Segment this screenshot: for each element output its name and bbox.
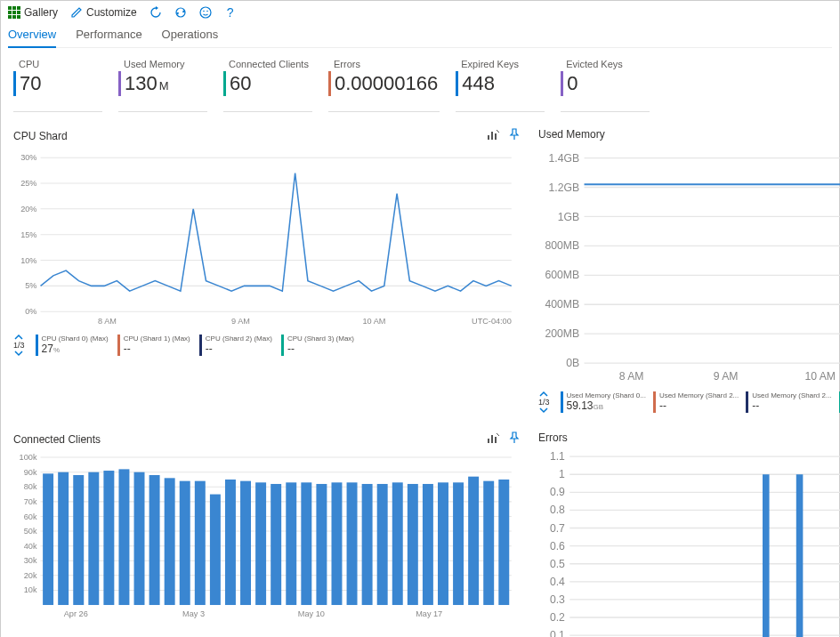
metrics-row: CPU 70 Used Memory 130M Connected Client… (13, 59, 832, 112)
svg-rect-94 (316, 484, 327, 605)
gallery-label: Gallery (24, 6, 58, 19)
sparkline (13, 100, 102, 112)
toolbar: Gallery Customize ? (8, 4, 832, 24)
smiley-icon (199, 6, 212, 19)
metric-card[interactable]: Evicted Keys 0 (561, 59, 650, 112)
legend-item[interactable]: Used Memory (Shard 0... 59.13GB (561, 391, 646, 413)
svg-rect-98 (377, 484, 388, 605)
legend-pager[interactable]: 1/3 (538, 391, 550, 414)
chevron-up-icon[interactable] (14, 334, 23, 341)
svg-rect-82 (134, 472, 145, 605)
svg-rect-84 (165, 479, 175, 606)
metric-card[interactable]: Used Memory 130M (118, 59, 207, 112)
pin-icon[interactable] (508, 431, 521, 447)
svg-text:May 10: May 10 (298, 609, 325, 618)
svg-text:May 3: May 3 (182, 609, 205, 618)
svg-text:60k: 60k (24, 512, 37, 521)
svg-text:9 AM: 9 AM (714, 370, 739, 383)
metric-card[interactable]: CPU 70 (13, 59, 102, 112)
svg-text:0.6: 0.6 (550, 540, 565, 552)
svg-rect-88 (225, 480, 236, 605)
tab-performance[interactable]: Performance (76, 24, 141, 47)
metric-label: CPU (13, 59, 102, 69)
legend-item[interactable]: Used Memory (Shard 2... -- (746, 391, 831, 413)
svg-text:70k: 70k (24, 497, 37, 506)
svg-rect-91 (271, 484, 281, 605)
metric-card[interactable]: Errors 0.00000166 (328, 59, 440, 112)
chevron-down-icon[interactable] (14, 350, 23, 357)
legend-item[interactable]: CPU (Shard 0) (Max) 27% (36, 335, 109, 356)
bar-chart-icon[interactable] (487, 128, 499, 143)
pin-icon[interactable] (508, 128, 521, 143)
svg-text:UTC-04:00: UTC-04:00 (472, 317, 512, 326)
svg-text:May 17: May 17 (416, 609, 442, 618)
svg-rect-87 (210, 495, 221, 605)
svg-rect-104 (468, 477, 479, 605)
svg-rect-92 (286, 483, 296, 606)
chevron-down-icon[interactable] (539, 407, 548, 414)
legend-pager[interactable]: 1/3 (13, 334, 25, 357)
svg-rect-95 (331, 483, 342, 606)
svg-rect-76 (43, 474, 53, 606)
metric-label: Evicted Keys (561, 59, 650, 69)
errors-bar-chart[interactable]: 00.10.20.30.40.50.60.70.80.911.1Apr 26Ma… (538, 449, 840, 637)
svg-rect-77 (58, 472, 69, 605)
svg-text:25%: 25% (20, 179, 36, 188)
chart-title: Connected Clients (13, 433, 101, 446)
tab-overview[interactable]: Overview (8, 24, 56, 48)
svg-rect-79 (88, 472, 99, 605)
metric-label: Connected Clients (223, 59, 312, 69)
svg-rect-0 (8, 6, 12, 10)
legend-item[interactable]: CPU (Shard 3) (Max) -- (281, 335, 354, 356)
bar-chart-icon[interactable] (487, 431, 499, 447)
cpu-legend: 1/3 CPU (Shard 0) (Max) 27% CPU (Shard 1… (13, 334, 521, 357)
refresh-button[interactable] (149, 6, 162, 19)
cpu-line-chart[interactable]: 0%5%10%15%20%25%30%8 AM9 AM10 AMUTC-04:0… (13, 149, 521, 330)
svg-rect-55 (495, 437, 497, 443)
svg-text:1.4GB: 1.4GB (549, 152, 580, 165)
svg-rect-81 (118, 470, 129, 606)
svg-text:30k: 30k (24, 557, 37, 566)
svg-rect-1 (12, 6, 16, 10)
svg-text:15%: 15% (20, 230, 36, 239)
chart-connected-clients: Connected Clients 10k20k30k40k50k60k70k8… (13, 431, 521, 637)
feedback-button[interactable] (199, 6, 212, 19)
svg-text:800MB: 800MB (545, 239, 579, 252)
svg-rect-106 (498, 480, 509, 605)
svg-text:0.9: 0.9 (550, 487, 565, 499)
legend-item[interactable]: CPU (Shard 1) (Max) -- (117, 335, 190, 356)
metric-label: Used Memory (118, 59, 207, 69)
svg-rect-2 (17, 6, 20, 10)
metric-card[interactable]: Connected Clients 60 (223, 59, 312, 112)
customize-label: Customize (86, 6, 137, 19)
legend-item[interactable]: CPU (Shard 2) (Max) -- (199, 335, 272, 356)
svg-text:400MB: 400MB (545, 298, 579, 310)
legend-item[interactable]: Used Memory (Shard 2... -- (653, 391, 739, 413)
clients-bar-chart[interactable]: 10k20k30k40k50k60k70k80k90k100kApr 26May… (13, 452, 521, 619)
tab-operations[interactable]: Operations (162, 24, 219, 47)
svg-rect-97 (362, 484, 373, 605)
customize-button[interactable]: Customize (70, 6, 137, 19)
svg-rect-136 (796, 474, 804, 637)
gallery-button[interactable]: Gallery (8, 6, 58, 19)
svg-text:10 AM: 10 AM (362, 317, 385, 326)
metric-value: 130M (125, 72, 169, 95)
memory-line-chart[interactable]: 0B200MB400MB600MB800MB1GB1.2GB1.4GB8 AM9… (538, 146, 840, 387)
help-button[interactable]: ? (224, 6, 237, 19)
pencil-icon (70, 6, 83, 19)
chart-title: CPU Shard (13, 130, 68, 142)
sparkline (118, 100, 207, 112)
svg-rect-14 (495, 133, 497, 140)
svg-rect-80 (103, 471, 114, 605)
svg-rect-78 (73, 475, 84, 605)
svg-rect-4 (12, 11, 16, 14)
svg-text:0%: 0% (25, 307, 36, 316)
chevron-up-icon[interactable] (539, 391, 548, 398)
svg-text:1.1: 1.1 (550, 450, 565, 463)
svg-text:5%: 5% (25, 281, 36, 290)
gallery-icon (8, 6, 20, 19)
svg-text:0.3: 0.3 (550, 593, 565, 606)
auto-refresh-button[interactable] (174, 6, 187, 19)
metric-card[interactable]: Expired Keys 448 (456, 59, 545, 112)
svg-rect-12 (488, 135, 489, 140)
